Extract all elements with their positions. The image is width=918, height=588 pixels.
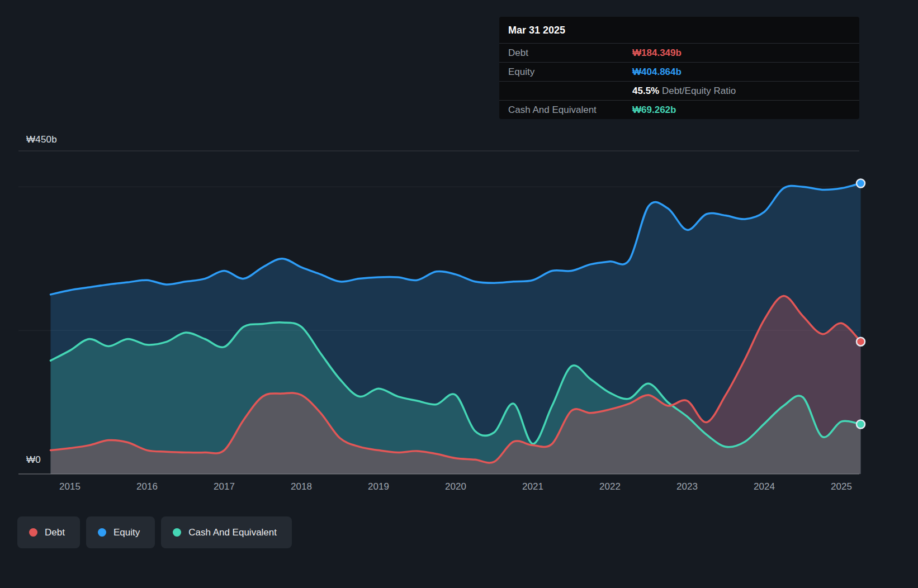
y-axis-label-max: ₩450b (26, 134, 57, 145)
x-axis-label: 2020 (445, 481, 466, 492)
tooltip-cash-label: Cash And Equivalent (508, 105, 632, 116)
x-axis-label: 2025 (831, 481, 852, 492)
x-axis-label: 2016 (136, 481, 158, 492)
x-axis-label: 2022 (599, 481, 621, 492)
x-axis-label: 2015 (59, 481, 81, 492)
x-axis-label: 2017 (214, 481, 235, 492)
x-axis-label: 2023 (676, 481, 698, 492)
legend-equity-label: Equity (113, 527, 140, 538)
tooltip-ratio-value: 45.5% (632, 86, 659, 96)
x-axis-label: 2018 (291, 481, 312, 492)
cash-dot-icon (173, 528, 181, 537)
tooltip-row-equity: Equity ₩404.864b (499, 62, 859, 81)
end-marker-cash-and-equivalent[interactable] (857, 420, 865, 429)
tooltip-panel: Mar 31 2025 Debt ₩184.349b Equity ₩404.8… (499, 17, 859, 119)
legend-cash-label: Cash And Equivalent (188, 527, 277, 538)
legend-item-equity[interactable]: Equity (86, 516, 155, 548)
tooltip-equity-value: ₩404.864b (632, 67, 850, 78)
legend-item-cash[interactable]: Cash And Equivalent (161, 516, 292, 548)
tooltip-ratio-label: Debt/Equity Ratio (662, 86, 736, 96)
tooltip-ratio: 45.5% Debt/Equity Ratio (632, 86, 850, 97)
x-axis-label: 2024 (754, 481, 775, 492)
tooltip-row-cash: Cash And Equivalent ₩69.262b (499, 100, 859, 119)
y-axis-label-zero: ₩0 (26, 454, 41, 466)
end-marker-equity[interactable] (857, 179, 865, 188)
end-marker-debt[interactable] (857, 338, 865, 346)
legend: Debt Equity Cash And Equivalent (17, 516, 292, 548)
legend-debt-label: Debt (45, 527, 65, 538)
debt-dot-icon (29, 528, 37, 537)
x-axis-label: 2021 (522, 481, 543, 492)
legend-item-debt[interactable]: Debt (17, 516, 80, 548)
equity-dot-icon (98, 528, 106, 537)
x-axis-label: 2019 (368, 481, 389, 492)
tooltip-debt-value: ₩184.349b (632, 48, 850, 59)
tooltip-date: Mar 31 2025 (499, 17, 859, 43)
tooltip-row-debt: Debt ₩184.349b (499, 43, 859, 62)
tooltip-debt-label: Debt (508, 48, 632, 59)
tooltip-equity-label: Equity (508, 67, 632, 78)
tooltip-row-ratio: 45.5% Debt/Equity Ratio (499, 81, 859, 100)
debt-equity-history-page: ₩450b ₩0 2015 2016 2017 2018 2019 2020 2… (0, 0, 918, 588)
tooltip-cash-value: ₩69.262b (632, 105, 850, 116)
